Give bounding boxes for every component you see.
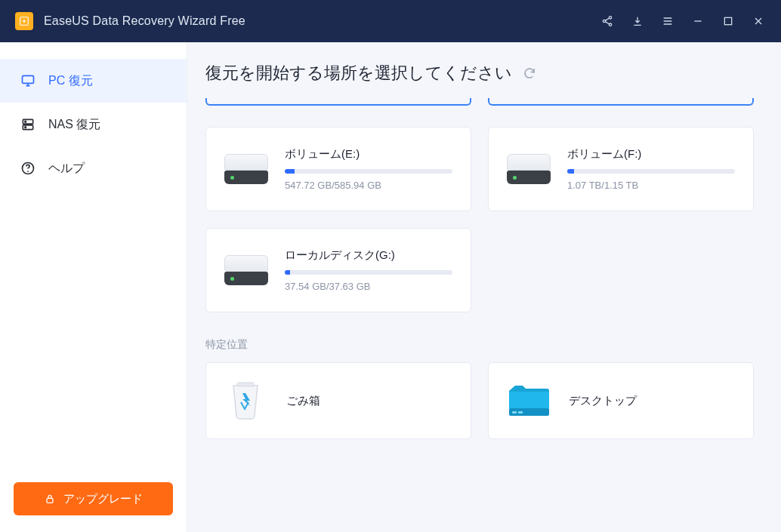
drive-icon [224,255,268,285]
page-heading-text: 復元を開始する場所を選択してください [205,62,512,85]
titlebar: EaseUS Data Recovery Wizard Free [0,0,781,42]
sidebar: PC 復元 NAS 復元 ヘルプ アップグレード [0,42,187,532]
sidebar-item-pc-recovery[interactable]: PC 復元 [0,59,187,103]
upgrade-button[interactable]: アップグレード [14,482,173,515]
recycle-bin-icon [224,380,267,422]
drive-title: ボリューム(E:) [285,147,452,161]
help-icon [20,160,36,177]
drive-progress [285,270,452,275]
drive-card-volume-e[interactable]: ボリューム(E:) 547.72 GB/585.94 GB [205,127,471,211]
maximize-button[interactable] [713,0,743,42]
svg-point-9 [25,127,26,128]
nas-icon [20,116,36,133]
app-logo-icon [15,12,33,30]
drive-subtitle: 1.07 TB/1.15 TB [567,180,735,191]
svg-rect-4 [724,17,731,24]
drive-progress-fill [285,169,295,174]
sidebar-item-label: ヘルプ [48,161,85,177]
monitor-icon [20,72,36,89]
drive-card-local-disk-g[interactable]: ローカルディスク(G:) 37.54 GB/37.63 GB [205,228,471,312]
drive-progress [285,169,452,174]
sidebar-item-label: PC 復元 [48,73,93,89]
svg-rect-17 [518,411,523,414]
sidebar-item-label: NAS 復元 [48,117,100,133]
sidebar-item-nas-recovery[interactable]: NAS 復元 [0,103,187,146]
location-label: デスクトップ [569,394,637,408]
refresh-icon[interactable] [523,66,536,80]
drive-progress-fill [567,169,574,174]
drive-progress [567,169,735,174]
section-label-locations: 特定位置 [205,338,754,352]
sidebar-item-help[interactable]: ヘルプ [0,146,187,190]
drive-title: ボリューム(F:) [567,147,735,161]
previous-card-bottom-right[interactable] [488,98,754,106]
location-card-desktop[interactable]: デスクトップ [488,362,754,439]
svg-rect-16 [512,411,517,414]
desktop-folder-icon [507,380,549,422]
drive-subtitle: 547.72 GB/585.94 GB [285,180,452,191]
svg-point-11 [27,171,29,172]
svg-point-8 [25,121,26,122]
menu-icon[interactable] [653,0,683,42]
minimize-button[interactable] [683,0,713,42]
main-content: 復元を開始する場所を選択してください ボリューム(E:) [187,42,781,532]
drive-card-volume-f[interactable]: ボリューム(F:) 1.07 TB/1.15 TB [488,127,754,211]
svg-rect-12 [47,498,53,503]
lock-icon [44,493,56,505]
drive-icon [507,154,551,184]
drive-icon [224,154,268,184]
drive-title: ローカルディスク(G:) [285,248,452,263]
download-icon[interactable] [622,0,653,42]
app-title: EaseUS Data Recovery Wizard Free [44,14,245,28]
upgrade-button-label: アップグレード [63,492,143,506]
location-label: ごみ箱 [286,394,320,408]
page-heading: 復元を開始する場所を選択してください [205,62,754,85]
close-button[interactable] [743,0,773,42]
previous-card-bottom-left[interactable] [205,98,471,106]
drive-subtitle: 37.54 GB/37.63 GB [285,281,452,292]
app-window: EaseUS Data Recovery Wizard Free [0,0,781,532]
share-icon[interactable] [592,0,622,42]
svg-rect-5 [23,75,34,83]
svg-rect-13 [237,383,254,386]
drive-progress-fill [285,270,290,275]
location-card-recycle-bin[interactable]: ごみ箱 [205,362,471,439]
